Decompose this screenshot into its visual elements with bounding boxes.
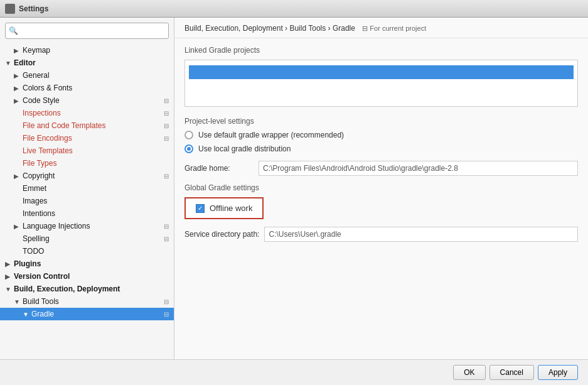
sidebar-item-intentions-label: Intentions xyxy=(23,209,55,218)
file-encodings-arrow xyxy=(14,135,23,142)
sidebar-item-build-tools-label: Build Tools xyxy=(23,297,59,306)
content-area: 🔍 ▶ Keymap ▼ Editor ▶ General xyxy=(0,18,588,359)
offline-work-label: Offline work xyxy=(210,203,252,213)
title-bar-icon xyxy=(5,4,15,14)
copyright-arrow: ▶ xyxy=(14,173,23,180)
main-content: Build, Execution, Deployment › Build Too… xyxy=(174,18,588,359)
code-style-arrow: ▶ xyxy=(14,97,23,104)
ok-button[interactable]: OK xyxy=(453,365,485,380)
gradle-home-label: Gradle home: xyxy=(184,164,254,173)
sidebar-item-editor-label: Editor xyxy=(14,58,36,67)
sidebar-item-file-code-templates-label: File and Code Templates xyxy=(23,121,106,130)
sidebar-item-code-style[interactable]: ▶ Code Style ⊟ xyxy=(0,94,174,107)
sidebar-item-version-control[interactable]: ▶ Version Control xyxy=(0,270,174,283)
sidebar-item-general[interactable]: ▶ General xyxy=(0,69,174,82)
sidebar-item-todo[interactable]: TODO xyxy=(0,245,174,258)
sidebar-item-general-label: General xyxy=(23,71,50,80)
gradle-copy-icon: ⊟ xyxy=(164,311,169,318)
sidebar-item-keymap[interactable]: ▶ Keymap xyxy=(0,44,174,57)
offline-work-box: Offline work xyxy=(184,197,264,219)
panel: Linked Gradle projects Project-level set… xyxy=(174,38,588,257)
sidebar-item-colors-fonts[interactable]: ▶ Colors & Fonts xyxy=(0,82,174,94)
sidebar-item-file-encodings[interactable]: File Encodings ⊟ xyxy=(0,132,174,144)
sidebar-item-keymap-label: Keymap xyxy=(23,46,50,55)
gradle-home-input[interactable] xyxy=(259,161,578,176)
radio-item-default-wrapper[interactable]: Use default gradle wrapper (recommended) xyxy=(184,131,578,139)
search-box[interactable]: 🔍 xyxy=(5,23,169,39)
live-templates-arrow xyxy=(14,148,23,155)
service-dir-label: Service directory path: xyxy=(184,230,259,239)
radio-local[interactable] xyxy=(184,144,193,153)
version-control-arrow: ▶ xyxy=(5,273,14,280)
service-dir-row: Service directory path: xyxy=(184,227,578,242)
sidebar-item-live-templates-label: Live Templates xyxy=(23,146,73,155)
search-icon: 🔍 xyxy=(9,26,18,35)
sidebar-item-emmet[interactable]: Emmet xyxy=(0,182,174,195)
spelling-arrow xyxy=(14,236,23,242)
sidebar-item-plugins[interactable]: ▶ Plugins xyxy=(0,258,174,270)
sidebar: 🔍 ▶ Keymap ▼ Editor ▶ General xyxy=(0,18,174,359)
sidebar-item-images[interactable]: Images xyxy=(0,195,174,207)
radio-default-label: Use default gradle wrapper (recommended) xyxy=(198,131,344,139)
plugins-arrow: ▶ xyxy=(5,261,14,268)
sidebar-item-build-exec-deploy-label: Build, Execution, Deployment xyxy=(14,285,120,293)
sidebar-item-spelling[interactable]: Spelling ⊟ xyxy=(0,232,174,245)
sidebar-item-build-exec-deploy[interactable]: ▼ Build, Execution, Deployment xyxy=(0,283,174,295)
project-level-title: Project-level settings xyxy=(184,117,578,126)
project-level-settings: Project-level settings Use default gradl… xyxy=(184,117,578,176)
sidebar-item-todo-label: TODO xyxy=(23,247,44,256)
linked-projects-box xyxy=(184,60,578,107)
sidebar-item-file-types[interactable]: File Types xyxy=(0,157,174,170)
spelling-copy-icon: ⊟ xyxy=(164,236,169,242)
title-bar: Settings xyxy=(0,0,588,18)
sidebar-item-build-tools[interactable]: ▼ Build Tools ⊟ xyxy=(0,295,174,308)
inspections-copy-icon: ⊟ xyxy=(164,110,169,117)
sidebar-item-copyright[interactable]: ▶ Copyright ⊟ xyxy=(0,170,174,182)
main-window: 🔍 ▶ Keymap ▼ Editor ▶ General xyxy=(0,18,588,385)
sidebar-item-colors-fonts-label: Colors & Fonts xyxy=(23,84,72,92)
sidebar-item-editor[interactable]: ▼ Editor xyxy=(0,57,174,69)
radio-group: Use default gradle wrapper (recommended)… xyxy=(184,131,578,153)
offline-work-checkbox[interactable] xyxy=(196,204,205,213)
sidebar-item-code-style-label: Code Style xyxy=(23,96,60,105)
sidebar-item-intentions[interactable]: Intentions xyxy=(0,207,174,220)
linked-project-row xyxy=(189,65,574,79)
sidebar-item-plugins-label: Plugins xyxy=(14,259,41,268)
radio-default[interactable] xyxy=(184,131,193,139)
apply-button[interactable]: Apply xyxy=(538,365,578,380)
sidebar-item-live-templates[interactable]: Live Templates xyxy=(0,144,174,157)
radio-item-local-wrapper[interactable]: Use local gradle distribution xyxy=(184,144,578,153)
breadcrumb: Build, Execution, Deployment › Build Too… xyxy=(184,24,355,33)
language-injections-copy-icon: ⊟ xyxy=(164,223,169,230)
radio-local-label: Use local gradle distribution xyxy=(198,144,291,153)
sidebar-item-gradle[interactable]: ▼ Gradle ⊟ xyxy=(0,308,174,320)
sidebar-item-inspections-label: Inspections xyxy=(23,109,61,117)
cancel-button[interactable]: Cancel xyxy=(489,365,534,380)
file-code-templates-copy-icon: ⊟ xyxy=(164,122,169,129)
sidebar-item-copyright-label: Copyright xyxy=(23,171,55,180)
sidebar-item-version-control-label: Version Control xyxy=(14,272,70,281)
sidebar-item-inspections[interactable]: Inspections ⊟ xyxy=(0,107,174,119)
gradle-arrow: ▼ xyxy=(23,311,31,318)
build-tools-arrow: ▼ xyxy=(14,298,23,305)
todo-arrow xyxy=(14,248,23,255)
file-types-arrow xyxy=(14,160,23,167)
linked-projects-title: Linked Gradle projects xyxy=(184,46,578,55)
title-bar-text: Settings xyxy=(19,4,48,13)
global-gradle-section: Global Gradle settings Offline work Serv… xyxy=(184,183,578,242)
for-project: ⊟ For current project xyxy=(362,24,426,32)
file-encodings-copy-icon: ⊟ xyxy=(164,135,169,142)
sidebar-item-language-injections-label: Language Injections xyxy=(23,222,90,230)
copyright-copy-icon: ⊟ xyxy=(164,173,169,180)
service-dir-input[interactable] xyxy=(264,227,578,242)
sidebar-item-language-injections[interactable]: ▶ Language Injections ⊟ xyxy=(0,220,174,232)
sidebar-item-file-types-label: File Types xyxy=(23,159,56,168)
sidebar-item-file-code-templates[interactable]: File and Code Templates ⊟ xyxy=(0,119,174,132)
search-input[interactable] xyxy=(5,23,169,39)
bottom-buttons: OK Cancel Apply xyxy=(0,359,588,385)
sidebar-item-gradle-label: Gradle xyxy=(31,310,54,318)
nav-items: ▶ Keymap ▼ Editor ▶ General ▶ Colors & F… xyxy=(0,44,174,359)
emmet-arrow xyxy=(14,185,23,192)
build-exec-deploy-arrow: ▼ xyxy=(5,286,14,293)
sidebar-item-file-encodings-label: File Encodings xyxy=(23,134,72,143)
